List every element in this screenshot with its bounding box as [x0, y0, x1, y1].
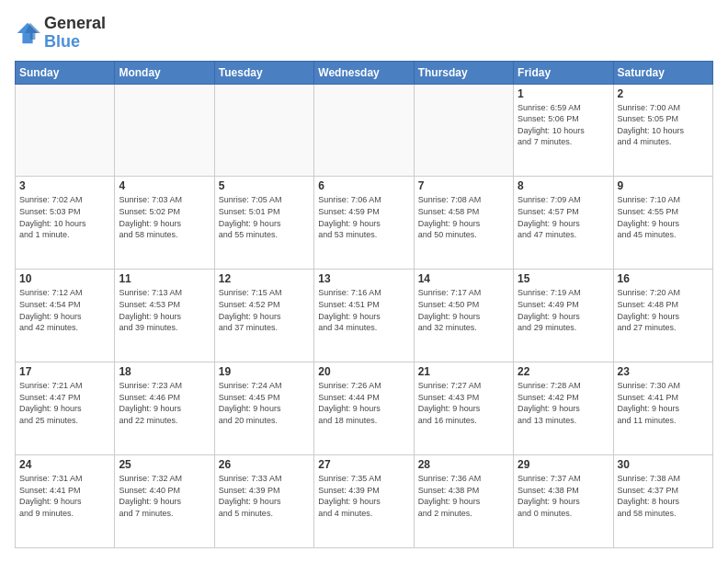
day-number: 14 [418, 272, 509, 285]
day-info: Sunrise: 7:16 AM Sunset: 4:51 PM Dayligh… [318, 287, 409, 333]
col-header-saturday: Saturday [613, 61, 712, 84]
day-cell: 21Sunrise: 7:27 AM Sunset: 4:43 PM Dayli… [414, 362, 513, 455]
day-number: 19 [219, 365, 310, 378]
day-cell: 10Sunrise: 7:12 AM Sunset: 4:54 PM Dayli… [16, 270, 115, 362]
day-number: 2 [618, 87, 709, 100]
calendar: SundayMondayTuesdayWednesdayThursdayFrid… [15, 61, 713, 548]
day-number: 5 [219, 179, 310, 192]
day-cell [314, 84, 414, 177]
day-number: 4 [119, 179, 210, 192]
day-number: 18 [119, 365, 210, 378]
week-row-5: 24Sunrise: 7:31 AM Sunset: 4:41 PM Dayli… [16, 455, 713, 548]
day-cell: 8Sunrise: 7:09 AM Sunset: 4:57 PM Daylig… [514, 177, 613, 270]
day-number: 22 [518, 365, 609, 378]
day-cell: 7Sunrise: 7:08 AM Sunset: 4:58 PM Daylig… [414, 177, 513, 270]
day-info: Sunrise: 7:23 AM Sunset: 4:46 PM Dayligh… [119, 380, 210, 426]
day-number: 24 [19, 458, 110, 471]
day-info: Sunrise: 7:05 AM Sunset: 5:01 PM Dayligh… [219, 194, 310, 240]
day-number: 11 [119, 272, 210, 285]
day-info: Sunrise: 7:38 AM Sunset: 4:37 PM Dayligh… [618, 473, 709, 519]
week-row-3: 10Sunrise: 7:12 AM Sunset: 4:54 PM Dayli… [16, 270, 713, 362]
week-row-4: 17Sunrise: 7:21 AM Sunset: 4:47 PM Dayli… [16, 362, 713, 455]
day-cell [115, 84, 214, 177]
col-header-tuesday: Tuesday [214, 61, 313, 84]
day-info: Sunrise: 7:06 AM Sunset: 4:59 PM Dayligh… [318, 194, 409, 240]
day-cell: 1Sunrise: 6:59 AM Sunset: 5:06 PM Daylig… [514, 84, 613, 177]
logo: General Blue [15, 15, 106, 52]
day-cell: 12Sunrise: 7:15 AM Sunset: 4:52 PM Dayli… [214, 270, 313, 362]
day-info: Sunrise: 7:30 AM Sunset: 4:41 PM Dayligh… [618, 380, 709, 426]
day-number: 25 [119, 458, 210, 471]
day-info: Sunrise: 7:28 AM Sunset: 4:42 PM Dayligh… [518, 380, 609, 426]
day-number: 26 [219, 458, 310, 471]
day-number: 15 [518, 272, 609, 285]
day-info: Sunrise: 7:36 AM Sunset: 4:38 PM Dayligh… [418, 473, 509, 519]
day-number: 7 [418, 179, 509, 192]
day-number: 10 [19, 272, 110, 285]
day-info: Sunrise: 7:15 AM Sunset: 4:52 PM Dayligh… [219, 287, 310, 333]
day-cell: 20Sunrise: 7:26 AM Sunset: 4:44 PM Dayli… [314, 362, 414, 455]
day-info: Sunrise: 7:27 AM Sunset: 4:43 PM Dayligh… [418, 380, 509, 426]
col-header-monday: Monday [115, 61, 214, 84]
day-cell: 25Sunrise: 7:32 AM Sunset: 4:40 PM Dayli… [115, 455, 214, 548]
day-cell: 17Sunrise: 7:21 AM Sunset: 4:47 PM Dayli… [16, 362, 115, 455]
day-cell: 15Sunrise: 7:19 AM Sunset: 4:49 PM Dayli… [514, 270, 613, 362]
day-info: Sunrise: 7:10 AM Sunset: 4:55 PM Dayligh… [618, 194, 709, 240]
day-info: Sunrise: 7:12 AM Sunset: 4:54 PM Dayligh… [19, 287, 110, 333]
day-cell: 19Sunrise: 7:24 AM Sunset: 4:45 PM Dayli… [214, 362, 313, 455]
day-info: Sunrise: 7:09 AM Sunset: 4:57 PM Dayligh… [518, 194, 609, 240]
day-cell: 6Sunrise: 7:06 AM Sunset: 4:59 PM Daylig… [314, 177, 414, 270]
day-info: Sunrise: 7:31 AM Sunset: 4:41 PM Dayligh… [19, 473, 110, 519]
day-cell: 4Sunrise: 7:03 AM Sunset: 5:02 PM Daylig… [115, 177, 214, 270]
day-cell [414, 84, 513, 177]
col-header-friday: Friday [514, 61, 613, 84]
day-number: 3 [19, 179, 110, 192]
day-info: Sunrise: 7:02 AM Sunset: 5:03 PM Dayligh… [19, 194, 110, 240]
day-info: Sunrise: 7:35 AM Sunset: 4:39 PM Dayligh… [318, 473, 409, 519]
day-info: Sunrise: 7:24 AM Sunset: 4:45 PM Dayligh… [219, 380, 310, 426]
header-row: SundayMondayTuesdayWednesdayThursdayFrid… [16, 61, 713, 84]
day-info: Sunrise: 7:13 AM Sunset: 4:53 PM Dayligh… [119, 287, 210, 333]
logo-text: General Blue [44, 15, 106, 52]
day-cell: 27Sunrise: 7:35 AM Sunset: 4:39 PM Dayli… [314, 455, 414, 548]
day-cell: 26Sunrise: 7:33 AM Sunset: 4:39 PM Dayli… [214, 455, 313, 548]
day-number: 20 [318, 365, 409, 378]
day-info: Sunrise: 7:37 AM Sunset: 4:38 PM Dayligh… [518, 473, 609, 519]
day-info: Sunrise: 7:00 AM Sunset: 5:05 PM Dayligh… [618, 102, 709, 148]
day-info: Sunrise: 7:33 AM Sunset: 4:39 PM Dayligh… [219, 473, 310, 519]
day-number: 13 [318, 272, 409, 285]
day-info: Sunrise: 7:19 AM Sunset: 4:49 PM Dayligh… [518, 287, 609, 333]
day-info: Sunrise: 7:17 AM Sunset: 4:50 PM Dayligh… [418, 287, 509, 333]
day-cell [214, 84, 313, 177]
day-number: 8 [518, 179, 609, 192]
day-cell: 2Sunrise: 7:00 AM Sunset: 5:05 PM Daylig… [613, 84, 712, 177]
day-cell: 18Sunrise: 7:23 AM Sunset: 4:46 PM Dayli… [115, 362, 214, 455]
day-cell: 23Sunrise: 7:30 AM Sunset: 4:41 PM Dayli… [613, 362, 712, 455]
page: General Blue SundayMondayTuesdayWednesda… [0, 0, 728, 563]
col-header-sunday: Sunday [16, 61, 115, 84]
day-number: 28 [418, 458, 509, 471]
day-info: Sunrise: 7:03 AM Sunset: 5:02 PM Dayligh… [119, 194, 210, 240]
day-info: Sunrise: 7:21 AM Sunset: 4:47 PM Dayligh… [19, 380, 110, 426]
day-number: 16 [618, 272, 709, 285]
day-cell: 3Sunrise: 7:02 AM Sunset: 5:03 PM Daylig… [16, 177, 115, 270]
week-row-1: 1Sunrise: 6:59 AM Sunset: 5:06 PM Daylig… [16, 84, 713, 177]
day-number: 21 [418, 365, 509, 378]
day-cell: 29Sunrise: 7:37 AM Sunset: 4:38 PM Dayli… [514, 455, 613, 548]
day-cell: 14Sunrise: 7:17 AM Sunset: 4:50 PM Dayli… [414, 270, 513, 362]
day-cell: 30Sunrise: 7:38 AM Sunset: 4:37 PM Dayli… [613, 455, 712, 548]
day-cell: 11Sunrise: 7:13 AM Sunset: 4:53 PM Dayli… [115, 270, 214, 362]
day-cell: 22Sunrise: 7:28 AM Sunset: 4:42 PM Dayli… [514, 362, 613, 455]
day-info: Sunrise: 7:32 AM Sunset: 4:40 PM Dayligh… [119, 473, 210, 519]
logo-icon [15, 20, 40, 46]
col-header-wednesday: Wednesday [314, 61, 414, 84]
day-number: 29 [518, 458, 609, 471]
day-number: 30 [618, 458, 709, 471]
day-cell: 24Sunrise: 7:31 AM Sunset: 4:41 PM Dayli… [16, 455, 115, 548]
day-number: 12 [219, 272, 310, 285]
header: General Blue [15, 15, 713, 52]
week-row-2: 3Sunrise: 7:02 AM Sunset: 5:03 PM Daylig… [16, 177, 713, 270]
day-cell [16, 84, 115, 177]
day-info: Sunrise: 7:20 AM Sunset: 4:48 PM Dayligh… [618, 287, 709, 333]
day-number: 23 [618, 365, 709, 378]
